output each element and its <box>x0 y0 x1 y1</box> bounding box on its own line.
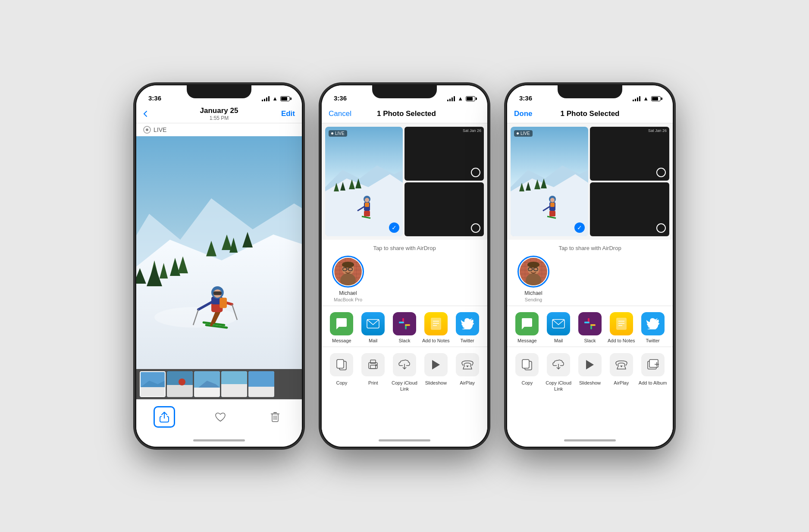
other-photo-2b[interactable] <box>404 182 484 236</box>
action-icloud-3[interactable]: Copy iCloud Link <box>543 353 574 392</box>
battery-icon <box>280 96 290 101</box>
airplay-icon-2 <box>456 353 479 376</box>
nav-bar-2: Cancel 1 Photo Selected <box>322 104 487 123</box>
action-addalbum-3[interactable]: Add to Album <box>637 353 668 392</box>
selected-photo-3[interactable]: LIVE ✓ <box>511 127 588 236</box>
app-twitter-label-3: Twitter <box>646 338 659 343</box>
svg-point-66 <box>342 262 354 268</box>
home-indicator-3 <box>507 434 673 447</box>
action-slideshow-label-2: Slideshow <box>425 380 447 386</box>
other-photos-3: Sat Jan 26 <box>590 127 669 236</box>
thumbnail-strip <box>136 369 302 399</box>
svg-rect-112 <box>588 318 590 320</box>
svg-marker-121 <box>586 360 594 369</box>
app-row-3: Message Mail <box>507 306 673 347</box>
action-airplay-3[interactable]: AirPlay <box>605 353 637 392</box>
main-photo[interactable] <box>136 136 302 369</box>
app-slack-2[interactable]: Slack <box>389 312 420 343</box>
share-sheet-2: LIVE ✓ Sat Jan 26 <box>322 123 487 434</box>
app-mail-2[interactable]: Mail <box>357 312 389 343</box>
contact-device-2: MacBook Pro <box>334 297 362 302</box>
phone-3: 3:36 ▲ <box>506 84 674 448</box>
svg-rect-119 <box>522 360 529 368</box>
thumbnail-4[interactable] <box>221 371 247 397</box>
trash-icon <box>270 411 280 422</box>
share-button[interactable] <box>154 406 175 428</box>
app-notes-3[interactable]: Add to Notes <box>605 312 637 343</box>
share-icon <box>159 411 170 422</box>
delete-button[interactable] <box>266 407 285 426</box>
status-time-3: 3:36 <box>519 94 532 102</box>
action-slideshow-label-3: Slideshow <box>579 380 601 386</box>
slack-icon-3 <box>578 312 602 335</box>
svg-rect-27 <box>219 297 227 308</box>
app-twitter-label-2: Twitter <box>460 338 474 343</box>
app-message-label-3: Message <box>517 338 537 343</box>
svg-rect-60 <box>365 203 369 207</box>
action-icloud-2[interactable]: Copy iCloud Link <box>389 353 420 392</box>
edit-button[interactable]: Edit <box>276 110 295 118</box>
nav-title-2: 1 Photo Selected <box>351 110 461 118</box>
photo-toolbar <box>136 399 302 434</box>
svg-rect-81 <box>370 365 376 369</box>
action-airplay-label-3: AirPlay <box>614 380 629 386</box>
message-icon <box>330 312 353 335</box>
app-slack-3[interactable]: Slack <box>574 312 606 343</box>
thumbnail-1[interactable] <box>140 371 166 397</box>
airdrop-title-3: Tap to share with AirDrop <box>514 245 666 251</box>
airdrop-contacts-2: Michael MacBook Pro <box>329 256 480 302</box>
app-message-3[interactable]: Message <box>511 312 543 343</box>
home-indicator-2 <box>322 434 487 447</box>
signal-icon <box>262 96 270 101</box>
signal-icon-2 <box>447 96 455 101</box>
action-print-label-2: Print <box>368 380 378 386</box>
play-icon-3 <box>578 353 602 376</box>
cancel-button[interactable]: Cancel <box>329 110 351 118</box>
photo-selection-area-3: LIVE ✓ Sat Jan 26 <box>507 123 673 240</box>
back-button[interactable] <box>143 110 162 117</box>
thumbnail-2[interactable] <box>167 371 193 397</box>
svg-rect-32 <box>167 385 193 397</box>
app-mail-label-2: Mail <box>369 338 377 343</box>
svg-rect-74 <box>431 318 441 330</box>
live-badge: LIVE <box>136 123 302 136</box>
action-slideshow-2[interactable]: Slideshow <box>420 353 452 392</box>
airdrop-section-2: Tap to share with AirDrop <box>322 240 487 306</box>
svg-rect-26 <box>213 291 222 295</box>
svg-rect-56 <box>364 211 370 216</box>
thumbnail-3[interactable] <box>194 371 220 397</box>
svg-point-33 <box>179 379 185 385</box>
svg-rect-40 <box>248 387 274 397</box>
other-photo-3a[interactable]: Sat Jan 26 <box>590 127 669 181</box>
nav-title-3: 1 Photo Selected <box>533 110 647 118</box>
other-photo-2a[interactable]: Sat Jan 26 <box>404 127 484 181</box>
selected-photo-2[interactable]: LIVE ✓ <box>325 127 403 236</box>
action-slideshow-3[interactable]: Slideshow <box>574 353 606 392</box>
battery-icon-3 <box>651 96 661 101</box>
notes-icon-3 <box>610 312 633 335</box>
nav-title-1: January 25 1:55 PM <box>162 106 276 121</box>
airdrop-contact-michael-2[interactable]: Michael MacBook Pro <box>332 256 364 302</box>
favorite-button[interactable] <box>211 407 230 426</box>
action-print-2[interactable]: Print <box>357 353 389 392</box>
app-notes-2[interactable]: Add to Notes <box>420 312 452 343</box>
action-copy-3[interactable]: Copy <box>511 353 543 392</box>
nav-bar-3: Done 1 Photo Selected <box>507 104 673 123</box>
app-twitter-2[interactable]: Twitter <box>452 312 483 343</box>
app-message-2[interactable]: Message <box>326 312 357 343</box>
action-airplay-2[interactable]: AirPlay <box>452 353 483 392</box>
wifi-icon-3: ▲ <box>643 95 649 102</box>
action-copy-2[interactable]: Copy <box>326 353 357 392</box>
heart-icon <box>214 411 226 422</box>
app-twitter-3[interactable]: Twitter <box>637 312 668 343</box>
other-photo-3b[interactable] <box>590 182 669 236</box>
phone-2: 3:36 ▲ <box>320 84 489 448</box>
airdrop-contact-michael-3[interactable]: Michael Sending <box>517 256 549 302</box>
app-mail-3[interactable]: Mail <box>543 312 574 343</box>
thumbnail-5[interactable] <box>248 371 274 397</box>
home-indicator-1 <box>136 434 302 447</box>
action-copy-label-3: Copy <box>522 380 533 386</box>
done-button[interactable]: Done <box>514 110 533 118</box>
phone-1: 3:36 ▲ <box>135 84 303 448</box>
play-icon-2 <box>424 353 448 376</box>
